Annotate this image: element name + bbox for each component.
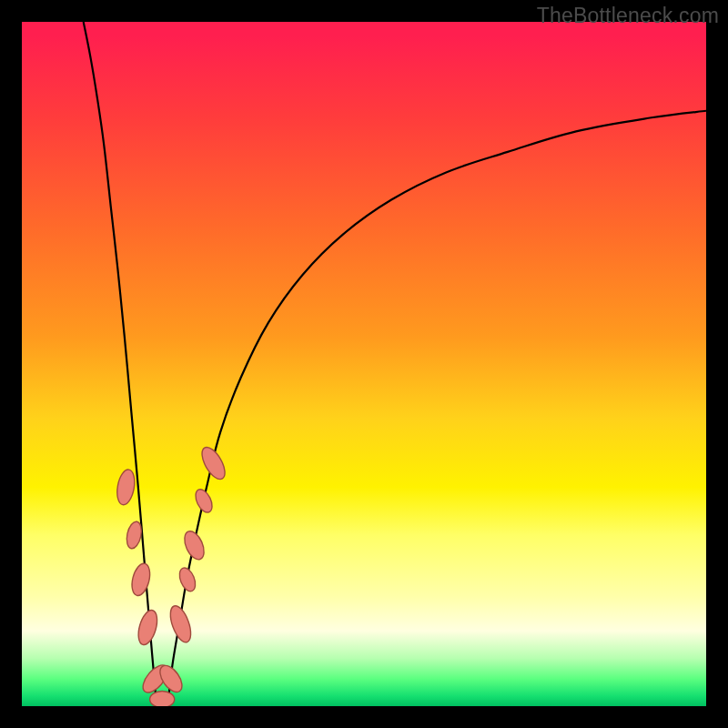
bead [129, 561, 153, 597]
curve-left-branch [84, 22, 157, 706]
bead [177, 566, 198, 594]
bead [125, 521, 144, 551]
bead [192, 487, 215, 515]
bead [150, 691, 175, 706]
bead [197, 444, 229, 483]
plot-area [22, 22, 706, 706]
chart-frame: TheBottleneck.com [0, 0, 728, 728]
bead [181, 529, 208, 563]
bead [115, 469, 137, 507]
chart-svg [22, 22, 706, 706]
bead [135, 608, 160, 647]
curve-right-branch [167, 111, 706, 706]
bead [167, 603, 195, 645]
watermark-text: TheBottleneck.com [537, 4, 719, 28]
